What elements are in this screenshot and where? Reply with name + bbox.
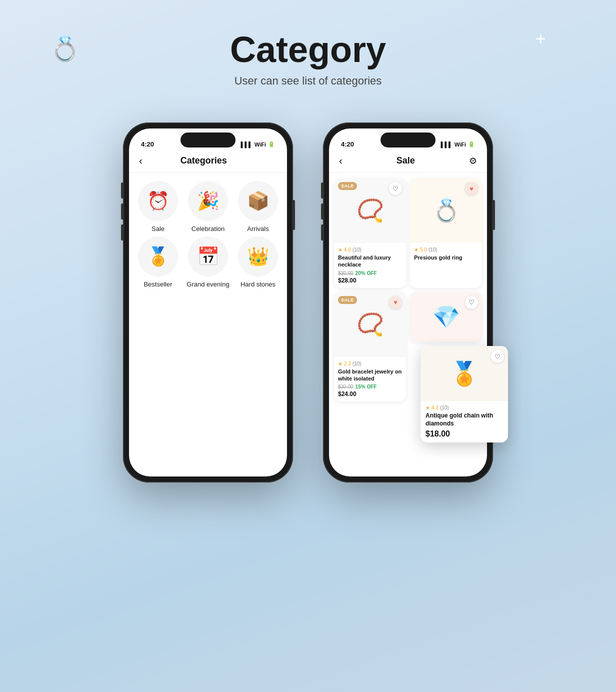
sale-badge-1: SALE [338,182,357,190]
category-celebration[interactable]: 🎉 Celebration [185,181,231,232]
floating-rating-count: (10) [440,405,449,410]
status-icons-1: ▌▌▌ WiFi 🔋 [240,141,275,148]
star-icon-1: ★ [338,247,342,252]
category-icon-celebration: 🎉 [188,181,228,221]
signal-icon-2: ▌▌▌ [440,142,452,148]
rating-row-3: ★ 2.3 (10) [338,361,402,366]
deco-ring-icon: 💍 [50,35,80,63]
price-row-3: $30.00 15% OFF [338,384,402,390]
rating-count-3: (10) [352,361,362,366]
deco-plus-icon: + [536,30,546,48]
category-bestseller[interactable]: 🏅 Bestseller [135,236,181,288]
floating-card-price: $18.00 [426,430,503,438]
phone-sale: 4:20 ▌▌▌ WiFi 🔋 ‹ Sale ⚙ SALE ♡ [323,122,493,482]
rating-count-2: (10) [428,247,438,252]
floating-product-card[interactable]: ♡ 🏅 ★ 4.3 (10) Antique gold chain with d… [420,346,508,442]
rating-val-3: 2.3 [344,361,351,366]
category-grand-evening[interactable]: 📅 Grand evening [185,236,231,288]
category-sale[interactable]: ⏰ Sale [135,181,181,232]
signal-icon: ▌▌▌ [240,142,252,148]
floating-card-info: ★ 4.3 (10) Antique gold chain with diamo… [420,401,508,442]
product-info-1: ★ 4.0 (10) Beautiful and luxury necklace… [334,243,406,288]
nav-bar-2: ‹ Sale ⚙ [329,151,487,173]
wifi-icon: WiFi [254,142,266,148]
sale-badge-3: SALE [338,296,357,304]
star-icon-floating: ★ [426,405,430,410]
star-icon-2: ★ [414,247,418,252]
category-hard-stones[interactable]: 👑 Hard stones [235,236,281,288]
product-name-3: Gold bracelet jewelry on white isolated [338,368,402,382]
nav-title-2: Sale [396,156,415,166]
product-card-3[interactable]: SALE ♥ 📿 ★ 2.3 (10) Gold bracelet jewelr… [334,292,406,402]
battery-icon: 🔋 [268,141,275,148]
price-original-3: $30.00 [338,384,354,390]
product-image-1: SALE ♡ 📿 [334,178,406,243]
floating-card-name: Antique gold chain with diamonds [426,412,503,428]
price-current-1: $28.00 [338,277,402,284]
rating-val-1: 4.0 [344,247,351,252]
heart-btn-1[interactable]: ♡ [389,182,402,195]
floating-rating-row: ★ 4.3 (10) [426,405,503,410]
heart-btn-3[interactable]: ♥ [389,296,402,309]
floating-rating-val: 4.3 [432,405,438,410]
category-arrivals[interactable]: 📦 Arrivals [235,181,281,232]
back-button-2[interactable]: ‹ [339,155,342,166]
filter-button[interactable]: ⚙ [469,156,477,166]
category-icon-sale: ⏰ [138,181,178,221]
phones-container: 4:20 ▌▌▌ WiFi 🔋 ‹ Categories ⏰ Sale [123,122,493,482]
category-icon-grand-evening: 📅 [188,236,228,276]
category-label-arrivals: Arrivals [247,225,268,232]
rating-row-2: ★ 5.0 (10) [414,247,478,252]
product-card-4[interactable]: ♡ 💎 [410,292,482,342]
category-icon-arrivals: 📦 [238,181,278,221]
phone-categories: 4:20 ▌▌▌ WiFi 🔋 ‹ Categories ⏰ Sale [123,122,293,482]
rating-val-2: 5.0 [420,247,427,252]
time-1: 4:20 [141,140,154,148]
rating-row-1: ★ 4.0 (10) [338,247,402,252]
star-icon-3: ★ [338,361,342,366]
back-button-1[interactable]: ‹ [139,155,142,166]
product-image-4: ♡ 💎 [410,292,482,342]
product-info-2: ★ 5.0 (10) Presious gold ring [410,243,482,267]
page-title: Category [230,30,386,70]
price-row-1: $30.00 20% OFF [338,270,402,276]
product-image-3: SALE ♥ 📿 [334,292,406,357]
category-label-bestseller: Bestseller [144,280,172,288]
product-info-3: ★ 2.3 (10) Gold bracelet jewelry on whit… [334,357,406,402]
dynamic-island-1 [180,132,236,148]
category-icon-bestseller: 🏅 [138,236,178,276]
category-label-sale: Sale [152,225,164,232]
category-icon-hard-stones: 👑 [238,236,278,276]
dynamic-island-2 [380,132,436,148]
product-card-2[interactable]: ♥ 💍 ★ 5.0 (10) Presious gold ring [410,178,482,288]
price-current-3: $24.00 [338,390,402,398]
wifi-icon-2: WiFi [454,142,466,148]
battery-icon-2: 🔋 [468,141,475,148]
nav-title-1: Categories [180,156,227,166]
product-name-2: Presious gold ring [414,254,478,261]
page-subtitle: User can see list of categories [230,74,386,88]
status-icons-2: ▌▌▌ WiFi 🔋 [440,141,475,148]
category-label-grand-evening: Grand evening [186,280,229,288]
product-card-1[interactable]: SALE ♡ 📿 ★ 4.0 (10) Beautiful and luxury… [334,178,406,288]
heart-btn-2[interactable]: ♥ [465,182,478,195]
category-label-hard-stones: Hard stones [240,280,276,288]
time-2: 4:20 [341,140,354,148]
discount-1: 20% OFF [356,270,377,276]
product-image-2: ♥ 💍 [410,178,482,243]
category-label-celebration: Celebration [192,225,225,232]
phone1-screen: 4:20 ▌▌▌ WiFi 🔋 ‹ Categories ⏰ Sale [129,128,287,476]
floating-card-image: ♡ 🏅 [420,346,508,401]
heart-btn-floating[interactable]: ♡ [491,350,504,363]
nav-bar-1: ‹ Categories [129,151,287,173]
categories-grid: ⏰ Sale 🎉 Celebration 📦 Arrivals 🏅 Bestse… [129,173,287,296]
page-header: Category User can see list of categories [230,30,386,88]
discount-3: 15% OFF [356,384,377,390]
price-original-1: $30.00 [338,270,354,276]
heart-btn-4[interactable]: ♡ [465,296,478,309]
rating-count-1: (10) [352,247,362,252]
product-name-1: Beautiful and luxury necklace [338,254,402,268]
